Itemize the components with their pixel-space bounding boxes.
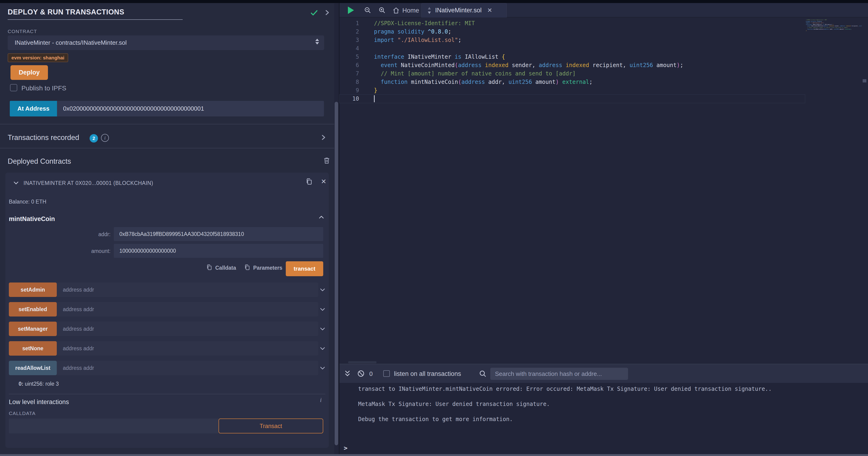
contract-select-value: INativeMinter - contracts/INativeMinter.… <box>15 39 127 46</box>
editor-overview-ruler-mark <box>863 79 866 82</box>
panel-scrollbar[interactable] <box>335 102 338 445</box>
trash-icon[interactable] <box>323 157 331 164</box>
calldata-action-label[interactable]: Calldata <box>215 265 236 271</box>
code-line-10[interactable]: 10 <box>340 94 805 103</box>
window-top-strip <box>0 0 868 3</box>
code-line-5[interactable]: 5interface INativeMinter is IAllowList { <box>340 53 805 61</box>
instance-title[interactable]: INATIVEMINTER AT 0X020...00001 (BLOCKCHA… <box>24 180 153 186</box>
terminal-log-line[interactable]: MetaMask Tx Signature: User denied trans… <box>358 401 550 407</box>
minimap-line: event NativeCoinMinted(address indexed s… <box>806 25 862 27</box>
setManager-arg-input[interactable] <box>57 322 318 336</box>
read-allowlist-output: 0: uint256: role 3 <box>19 381 59 387</box>
code-line-2[interactable]: 2pragma solidity ^0.8.0; <box>340 27 805 36</box>
play-icon[interactable] <box>348 6 354 14</box>
transactions-recorded-label: Transactions recorded <box>8 134 79 142</box>
tab-home[interactable]: Home <box>393 5 419 16</box>
readAllowList-arg-input[interactable] <box>57 361 318 375</box>
readAllowList-button[interactable]: readAllowList <box>9 361 57 375</box>
evm-version-badge: evm version: shanghai <box>8 53 68 62</box>
code-line-4[interactable]: 4 <box>340 44 805 53</box>
setEnabled-expand-chevron-icon[interactable] <box>319 306 326 313</box>
contract-select[interactable]: INativeMinter - contracts/INativeMinter.… <box>8 35 324 50</box>
line-content: } <box>359 87 377 94</box>
setAdmin-expand-chevron-icon[interactable] <box>319 286 326 293</box>
code-line-6[interactable]: 6 event NativeCoinMinted(address indexed… <box>340 61 805 69</box>
copy-parameters-icon[interactable] <box>244 264 251 271</box>
amount-arg-input[interactable] <box>114 244 323 258</box>
terminal-collapse-icon[interactable] <box>344 370 351 377</box>
tab-close-icon[interactable]: ✕ <box>487 7 492 14</box>
minimap-line: // Mint [amount] number of native coins … <box>806 27 862 28</box>
minimap-line: function mintNativeCoin(address addr, ui… <box>806 28 862 30</box>
editor-horizontal-scrollbar[interactable] <box>348 361 376 363</box>
low-level-title: Low level interactions <box>9 398 69 406</box>
section-divider <box>0 148 334 148</box>
transactions-expand-chevron-icon[interactable] <box>320 134 327 141</box>
terminal-search-input[interactable] <box>490 368 628 380</box>
zoom-out-icon[interactable] <box>364 7 371 14</box>
publish-ipfs-label: Publish to IPFS <box>22 85 66 92</box>
setAdmin-button[interactable]: setAdmin <box>9 283 57 297</box>
code-line-1[interactable]: 1//SPDX-License-Identifier: MIT <box>340 19 805 27</box>
at-address-button[interactable]: At Address <box>10 101 57 116</box>
line-number: 8 <box>340 79 359 85</box>
line-content: event NativeCoinMinted(address indexed s… <box>359 62 683 68</box>
setEnabled-button[interactable]: setEnabled <box>9 302 57 316</box>
info-icon[interactable]: i <box>101 134 109 142</box>
publish-ipfs-checkbox[interactable] <box>10 84 17 91</box>
line-content <box>359 95 375 102</box>
code-line-7[interactable]: 7 // Mint [amount] number of native coin… <box>340 69 805 78</box>
parameters-action-label[interactable]: Parameters <box>253 265 282 271</box>
copy-calldata-icon[interactable] <box>206 264 213 271</box>
code-line-8[interactable]: 8 function mintNativeCoin(address addr, … <box>340 78 805 86</box>
setNone-expand-chevron-icon[interactable] <box>319 345 326 352</box>
at-address-input[interactable] <box>57 101 324 116</box>
line-number: 3 <box>340 37 359 43</box>
deploy-button[interactable]: Deploy <box>10 65 48 80</box>
line-number: 1 <box>340 20 359 27</box>
contract-label: CONTRACT <box>8 29 37 34</box>
clear-console-icon[interactable] <box>357 370 365 377</box>
line-content: function mintNativeCoin(address addr, ui… <box>359 79 592 85</box>
tab-inativeminter[interactable]: INativeMinter.sol ✕ <box>422 3 506 18</box>
tab-label: INativeMinter.sol <box>435 7 482 14</box>
terminal-toolbar: 0 listen on all transactions <box>340 364 868 383</box>
setEnabled-arg-input[interactable] <box>57 302 318 316</box>
zoom-in-icon[interactable] <box>379 7 385 14</box>
open-function-name[interactable]: mintNativeCoin <box>9 216 55 223</box>
deployed-contracts-title: Deployed Contracts <box>8 157 71 166</box>
tab-home-label: Home <box>402 7 419 14</box>
setNone-arg-input[interactable] <box>57 341 318 355</box>
setManager-button[interactable]: setManager <box>9 322 57 336</box>
terminal-logs[interactable]: transact to INativeMinter.mintNativeCoin… <box>340 383 868 454</box>
low-level-info-icon[interactable]: i <box>320 397 321 404</box>
line-number: 6 <box>340 62 359 68</box>
calldata-input[interactable] <box>9 419 218 433</box>
instance-close-icon[interactable]: ✕ <box>321 178 326 186</box>
function-collapse-chevron-icon[interactable] <box>318 214 324 221</box>
terminal: 0 listen on all transactions transact to… <box>340 364 868 456</box>
output-index: 0: <box>19 381 23 387</box>
terminal-prompt[interactable]: > <box>344 444 347 452</box>
terminal-log-line[interactable]: Debug the transaction to get more inform… <box>358 416 513 423</box>
text-cursor <box>374 95 375 102</box>
setNone-button[interactable]: setNone <box>9 341 57 355</box>
instance-expand-chevron-icon[interactable] <box>13 179 19 186</box>
copy-address-icon[interactable] <box>305 178 313 186</box>
low-level-transact-button[interactable]: Transact <box>218 419 323 433</box>
setManager-expand-chevron-icon[interactable] <box>319 325 326 332</box>
setAdmin-arg-input[interactable] <box>57 283 318 297</box>
minimap-content: //SPDX-License-Identifier: MITpragma sol… <box>806 19 862 31</box>
addr-arg-input[interactable] <box>114 227 323 241</box>
listen-all-label: listen on all transactions <box>394 370 461 377</box>
readAllowList-expand-chevron-icon[interactable] <box>319 365 326 371</box>
listen-all-checkbox[interactable] <box>383 370 390 377</box>
panel-collapse-chevron-icon[interactable] <box>323 9 331 16</box>
line-number: 10 <box>340 95 359 102</box>
transact-button[interactable]: transact <box>286 261 323 276</box>
terminal-log-line[interactable]: transact to INativeMinter.mintNativeCoin… <box>358 386 772 392</box>
code-line-3[interactable]: 3import "./IAllowList.sol"; <box>340 36 805 44</box>
line-number: 4 <box>340 45 359 52</box>
code-line-9[interactable]: 9} <box>340 86 805 94</box>
editor-minimap[interactable]: //SPDX-License-Identifier: MITpragma sol… <box>806 19 862 117</box>
